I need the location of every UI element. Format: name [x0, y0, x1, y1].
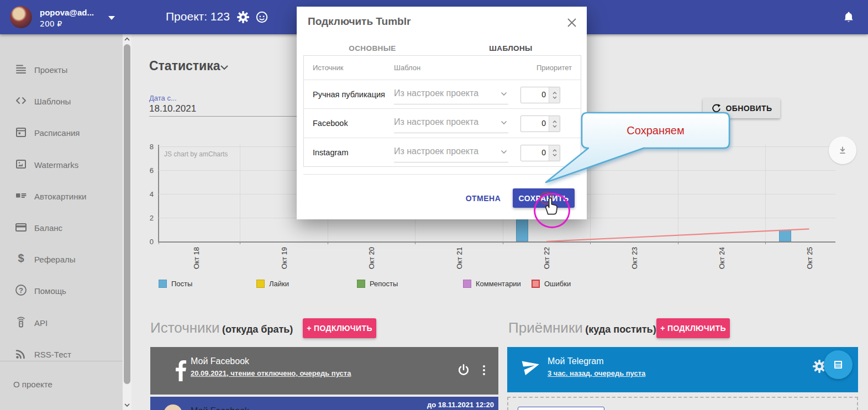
- legend-item[interactable]: Ошибки: [532, 280, 571, 288]
- tab-templates[interactable]: ШАБЛОНЫ: [441, 39, 580, 57]
- sources-connect-button[interactable]: + ПОДКЛЮЧИТЬ: [303, 318, 376, 338]
- receiver-card-telegram[interactable]: Мой Telegram 3 час. назад, очередь пуста: [507, 347, 858, 392]
- legend-item[interactable]: Комментарии: [463, 280, 521, 288]
- x-tick-label: Окт 25: [806, 230, 813, 286]
- projects-icon: [14, 62, 28, 76]
- bell-icon[interactable]: [842, 10, 855, 24]
- source-card-facebook[interactable]: Мой Facebook 20.09.2021, чтение отключен…: [150, 347, 498, 395]
- legend-swatch: [256, 280, 265, 288]
- connect-tumblr-dialog: Подключить Tumblr ОСНОВНЫЕ ШАБЛОНЫ Источ…: [297, 7, 587, 219]
- legend-item[interactable]: Репосты: [357, 280, 398, 288]
- template-select[interactable]: Из настроек проекта: [394, 144, 508, 162]
- spinner-buttons[interactable]: [549, 116, 560, 132]
- axis-tick: [590, 241, 591, 244]
- sidebar-item-projects[interactable]: Проекты: [0, 59, 123, 81]
- more-menu-icon[interactable]: [477, 364, 491, 377]
- receiver-placeholder: [518, 407, 604, 410]
- chart-bar[interactable]: [516, 218, 528, 241]
- template-select[interactable]: Из настроек проекта: [394, 115, 508, 133]
- sidebar-item-label: RSS-Тест: [34, 350, 71, 359]
- x-tick-label: Окт 19: [280, 230, 288, 286]
- sidebar-item-rss[interactable]: RSS-Тест: [0, 344, 123, 366]
- legend-item[interactable]: Посты: [159, 280, 192, 288]
- sidebar-item-referrals[interactable]: $Рефералы: [0, 249, 123, 271]
- scroll-down-icon[interactable]: [124, 402, 130, 408]
- receivers-subtitle: (куда постить): [585, 324, 656, 335]
- priority-value: 0: [521, 116, 549, 132]
- sidebar-item-about[interactable]: О проекте: [13, 380, 52, 389]
- spinner-buttons[interactable]: [549, 87, 560, 103]
- cancel-button[interactable]: ОТМЕНА: [457, 190, 509, 207]
- spinner-buttons[interactable]: [549, 145, 560, 161]
- rss-icon: [14, 347, 28, 360]
- chevron-down-icon[interactable]: [108, 16, 115, 20]
- legend-label: Лайки: [269, 280, 289, 288]
- sidebar-item-schedules[interactable]: Расписания: [0, 122, 123, 144]
- sidebar-item-autoimages[interactable]: Автокартинки: [0, 186, 123, 208]
- sidebar-item-watermarks[interactable]: Watermarks: [0, 154, 123, 176]
- x-tick-label: Окт 21: [455, 230, 463, 286]
- power-icon[interactable]: [456, 363, 471, 377]
- autoimages-icon: [14, 189, 28, 202]
- spinner-up-icon[interactable]: [553, 92, 557, 94]
- receiver-card-status-link[interactable]: 3 час. назад, очередь пуста: [548, 369, 645, 377]
- chart-bar[interactable]: [779, 230, 791, 242]
- axis-tick: [503, 241, 503, 244]
- chart-export-button[interactable]: [829, 136, 856, 164]
- amcharts-watermark[interactable]: JS chart by amCharts: [164, 150, 228, 158]
- app-window: popova@ad... 200 ₽ Проект: 123: [0, 0, 868, 410]
- tab-basic[interactable]: ОСНОВНЫЕ: [303, 39, 441, 57]
- receiver-card-title: Мой Telegram: [548, 356, 604, 366]
- priority-value: 0: [521, 87, 549, 103]
- sources-title: Источники: [150, 319, 220, 336]
- axis-tick: [765, 241, 766, 244]
- legend-label: Посты: [171, 280, 192, 288]
- gridline: [240, 145, 240, 241]
- scroll-up-icon[interactable]: [124, 36, 130, 42]
- x-tick-label: Окт 18: [192, 230, 200, 286]
- chart-y-axis: [158, 145, 159, 242]
- source-card-facebook-2[interactable]: до 18.11.2021 12:20 Мой Facebook: [150, 397, 498, 410]
- gridline: [678, 145, 678, 241]
- save-button[interactable]: СОХРАНИТЬ: [513, 188, 575, 208]
- user-email[interactable]: popova@ad...: [40, 8, 94, 17]
- spinner-up-icon[interactable]: [553, 120, 557, 123]
- source-card-title: Мой Facebook: [191, 356, 249, 366]
- source-card-status-link[interactable]: 20.09.2021, чтение отключено, очередь пу…: [191, 369, 351, 377]
- sidebar-item-api[interactable]: API: [0, 312, 123, 334]
- priority-input[interactable]: 0: [520, 145, 560, 161]
- gear-icon[interactable]: [236, 10, 250, 24]
- sidebar-item-label: Автокартинки: [34, 192, 86, 201]
- receiver-templates-fab[interactable]: [824, 350, 853, 379]
- spinner-down-icon[interactable]: [553, 125, 557, 128]
- article-icon: [831, 358, 845, 372]
- legend-item[interactable]: Лайки: [256, 280, 289, 288]
- axis-tick: [328, 241, 328, 244]
- receivers-connect-button[interactable]: + ПОДКЛЮЧИТЬ: [656, 318, 730, 338]
- y-tick-label: 4: [140, 190, 154, 198]
- priority-input[interactable]: 0: [520, 87, 560, 103]
- sidebar-item-label: Расписания: [34, 128, 80, 138]
- spinner-down-icon[interactable]: [553, 154, 557, 156]
- priority-value: 0: [521, 145, 549, 161]
- sources-header: Источники (откуда брать): [150, 319, 293, 337]
- template-select[interactable]: Из настроек проекта: [394, 86, 508, 104]
- face-icon[interactable]: [255, 10, 269, 24]
- priority-input[interactable]: 0: [520, 115, 560, 132]
- schedules-icon: [14, 125, 28, 139]
- spinner-up-icon[interactable]: [553, 149, 557, 152]
- sidebar-divider: [0, 361, 123, 361]
- user-avatar[interactable]: [10, 6, 32, 28]
- sidebar-item-templates[interactable]: Шаблоны: [0, 91, 123, 113]
- legend-swatch: [357, 280, 365, 288]
- close-icon[interactable]: [566, 17, 578, 29]
- sidebar-item-help[interactable]: ?Помощь: [0, 280, 123, 302]
- template-select-value: Из настроек проекта: [394, 117, 478, 127]
- sidebar-item-balance[interactable]: Баланс: [0, 217, 123, 239]
- col-header-source: Источник: [313, 64, 344, 72]
- axis-tick: [240, 241, 240, 244]
- receivers-header: Приёмники (куда постить): [508, 319, 656, 337]
- spinner-down-icon[interactable]: [553, 96, 557, 99]
- sidebar-scrollbar-thumb[interactable]: [124, 44, 130, 384]
- col-header-priority: Приоритет: [536, 64, 572, 72]
